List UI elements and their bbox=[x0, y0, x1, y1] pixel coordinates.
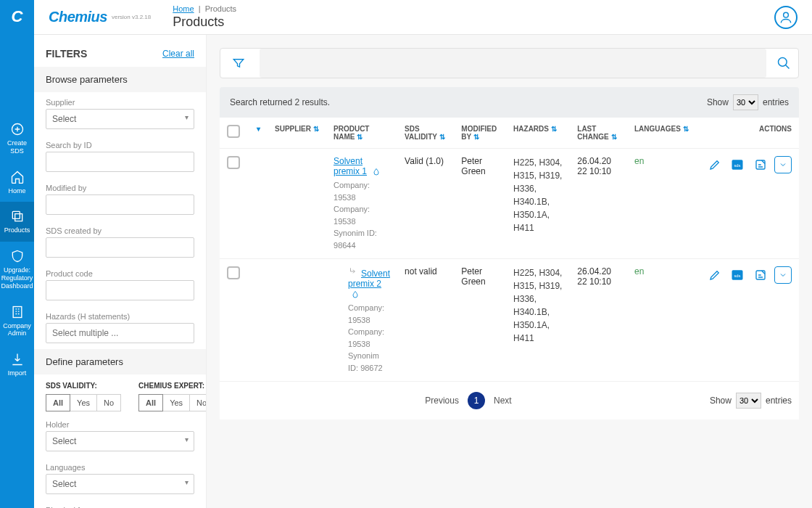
sort-icon[interactable]: ⇅ bbox=[611, 133, 617, 141]
col-product-name: PRODUCT NAME bbox=[334, 125, 369, 141]
product-meta: Company: 19538Company: 19538Synonim ID: … bbox=[334, 179, 390, 251]
table-row: Solvent premix 1 Company: 19538Company: … bbox=[220, 149, 799, 259]
svg-point-4 bbox=[779, 58, 787, 67]
sds-validity-all[interactable]: All bbox=[46, 394, 70, 411]
sds-validity-yes[interactable]: Yes bbox=[70, 394, 97, 411]
search-button[interactable] bbox=[769, 56, 798, 70]
logo-icon: C bbox=[7, 6, 28, 28]
pager-next[interactable]: Next bbox=[494, 396, 512, 406]
supplier-select[interactable]: Select bbox=[46, 109, 194, 129]
chemius-expert-label: CHEMIUS EXPERT: bbox=[138, 382, 207, 390]
rail-label: Import bbox=[8, 369, 27, 377]
col-last-change: LAST CHANGE bbox=[577, 125, 608, 141]
product-link[interactable]: Solvent premix 1 bbox=[334, 156, 367, 176]
browse-params-title: Browse parameters bbox=[34, 67, 206, 92]
rail-label: Products bbox=[4, 226, 30, 234]
select-all-checkbox[interactable] bbox=[227, 125, 240, 138]
rail-create-sds[interactable]: Create SDS bbox=[0, 115, 34, 163]
rail-label: Upgrade: Regulatory Dashboard bbox=[1, 266, 33, 290]
modified-by-cell: Peter Green bbox=[454, 149, 506, 259]
product-code-label: Product code bbox=[46, 269, 194, 278]
chemius-expert-yes[interactable]: Yes bbox=[163, 394, 190, 411]
hazards-cell: H225, H304, H315, H319, H336, H340.1B, H… bbox=[506, 149, 570, 259]
search-by-id-label: Search by ID bbox=[46, 141, 194, 149]
modified-by-cell: Peter Green bbox=[454, 259, 506, 382]
import-icon bbox=[10, 352, 25, 366]
sds-created-by-label: SDS created by bbox=[46, 226, 194, 235]
sort-icon[interactable]: ⇅ bbox=[551, 125, 557, 133]
entries-label-bottom: entries bbox=[766, 396, 792, 406]
sort-icon[interactable]: ⇅ bbox=[357, 133, 362, 141]
filters-panel: FILTERS Clear all Browse parameters Supp… bbox=[34, 35, 207, 508]
building-icon bbox=[10, 305, 25, 319]
avatar[interactable] bbox=[774, 6, 798, 29]
search-by-id-input[interactable] bbox=[46, 152, 194, 172]
hazards-filter-input[interactable] bbox=[46, 323, 194, 343]
plus-circle-icon bbox=[10, 122, 25, 136]
child-arrow-icon bbox=[348, 266, 358, 276]
pager-row: Previous 1 Next Show 30 entries bbox=[220, 382, 799, 419]
validity-cell: Valid (1.0) bbox=[397, 149, 454, 259]
nav-rail: C Create SDS Home Products Upgrade: Regu… bbox=[0, 0, 34, 508]
rail-import[interactable]: Import bbox=[0, 345, 34, 385]
more-dropdown-icon[interactable] bbox=[774, 156, 792, 173]
brand-name: Chemius bbox=[49, 9, 107, 25]
sds-icon[interactable]: sds bbox=[729, 266, 746, 284]
col-supplier: SUPPLIER bbox=[275, 125, 311, 133]
breadcrumb-sep: | bbox=[196, 4, 205, 13]
col-sds-validity: SDS VALIDITY bbox=[405, 125, 437, 141]
clear-all-link[interactable]: Clear all bbox=[162, 49, 194, 59]
search-input[interactable] bbox=[260, 49, 766, 78]
breadcrumb-current: Products bbox=[205, 4, 236, 13]
note-icon[interactable] bbox=[752, 156, 769, 173]
filter-toggle-button[interactable] bbox=[220, 57, 257, 70]
row-checkbox[interactable] bbox=[227, 266, 240, 279]
sds-validity-no[interactable]: No bbox=[97, 394, 121, 411]
show-label: Show bbox=[707, 97, 729, 107]
entries-select-top[interactable]: 30 bbox=[733, 94, 758, 110]
breadcrumb-home[interactable]: Home bbox=[173, 4, 194, 13]
more-dropdown-icon[interactable] bbox=[774, 266, 792, 284]
language-badge[interactable]: en bbox=[634, 156, 644, 166]
sort-icon[interactable]: ⇅ bbox=[439, 133, 445, 141]
sort-icon[interactable]: ⇅ bbox=[313, 125, 319, 133]
sds-validity-seg: All Yes No bbox=[46, 394, 121, 411]
holder-select[interactable]: Select bbox=[46, 431, 194, 451]
modified-by-input[interactable] bbox=[46, 194, 194, 215]
note-icon[interactable] bbox=[752, 266, 769, 284]
entries-select-bottom[interactable]: 30 bbox=[736, 393, 761, 409]
pager-prev[interactable]: Previous bbox=[425, 396, 459, 406]
sort-icon[interactable]: ⇅ bbox=[683, 125, 689, 133]
row-checkbox[interactable] bbox=[227, 156, 240, 169]
svg-rect-2 bbox=[13, 306, 22, 317]
funnel-icon bbox=[232, 57, 245, 70]
chemius-expert-no[interactable]: No bbox=[190, 394, 207, 411]
sort-icon[interactable]: ⇅ bbox=[473, 133, 479, 141]
rail-products[interactable]: Products bbox=[0, 202, 34, 242]
droplet-icon bbox=[372, 168, 381, 176]
user-icon bbox=[779, 10, 793, 25]
languages-filter-label: Languages bbox=[46, 463, 194, 472]
col-actions: ACTIONS bbox=[759, 125, 792, 133]
rail-home[interactable]: Home bbox=[0, 163, 34, 202]
row-expand-icon[interactable]: ▾ bbox=[257, 125, 260, 133]
layers-icon bbox=[10, 209, 25, 224]
svg-text:sds: sds bbox=[734, 274, 741, 278]
edit-icon[interactable] bbox=[706, 156, 724, 173]
language-badge[interactable]: en bbox=[634, 266, 644, 276]
page-title: Products bbox=[173, 15, 236, 30]
rail-upgrade[interactable]: Upgrade: Regulatory Dashboard bbox=[0, 242, 34, 297]
pager-page[interactable]: 1 bbox=[468, 392, 485, 409]
sds-icon[interactable]: sds bbox=[729, 156, 746, 173]
sds-created-by-input[interactable] bbox=[46, 237, 194, 258]
languages-select[interactable]: Select bbox=[46, 474, 194, 494]
show-label-bottom: Show bbox=[710, 396, 732, 406]
chemius-expert-all[interactable]: All bbox=[138, 394, 163, 411]
rail-label: Company Admin bbox=[1, 322, 33, 338]
search-bar bbox=[220, 48, 799, 78]
modified-by-label: Modified by bbox=[46, 184, 194, 192]
rail-company-admin[interactable]: Company Admin bbox=[0, 298, 34, 345]
edit-icon[interactable] bbox=[706, 266, 724, 284]
rail-label: Home bbox=[8, 187, 25, 195]
product-code-input[interactable] bbox=[46, 280, 194, 300]
